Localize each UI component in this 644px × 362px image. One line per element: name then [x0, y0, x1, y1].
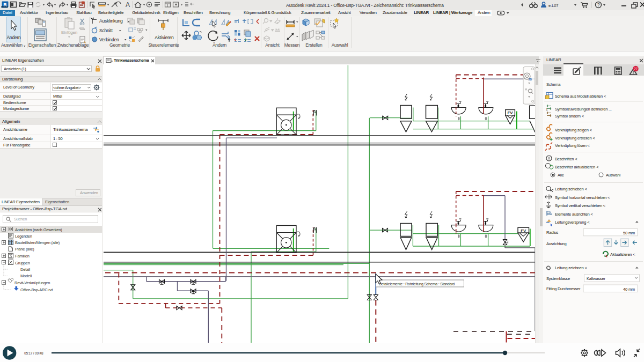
svg-text:Detailelemente : Rohrleitung S: Detailelemente : Rohrleitung Schema : St… — [379, 282, 455, 286]
svg-text:Leitung zeichnen <: Leitung zeichnen < — [555, 265, 587, 270]
svg-text:Zwischenablage: Zwischenablage — [57, 42, 89, 48]
svg-text:Schema: Schema — [546, 82, 561, 87]
svg-text:Verknüpfung zeigen <: Verknüpfung zeigen < — [555, 127, 592, 132]
svg-text:Radius: Radius — [546, 230, 559, 235]
svg-text:Gruppen: Gruppen — [15, 261, 30, 265]
svg-text:Symbol horizontal verschieben: Symbol horizontal verschieben < — [555, 195, 610, 200]
svg-text:Erstellen: Erstellen — [305, 42, 323, 48]
svg-text:FV: FV — [508, 110, 514, 115]
svg-text:Messen: Messen — [284, 42, 300, 48]
svg-text:R: R — [3, 2, 7, 8]
svg-text:Ansicht: Ansicht — [265, 42, 280, 48]
svg-text:Legenden: Legenden — [15, 234, 32, 239]
svg-text:Verbinden: Verbinden — [99, 36, 119, 42]
svg-text:Ausklinkung: Ausklinkung — [99, 18, 123, 24]
svg-text:Auswählen: Auswählen — [1, 42, 23, 48]
svg-text:Geometrie: Geometrie — [109, 42, 130, 48]
svg-text:27: 27 — [634, 67, 638, 70]
svg-text:Verknüpfung lösen <: Verknüpfung lösen < — [555, 143, 590, 148]
svg-text:Leitungsversprung <: Leitungsversprung < — [555, 220, 590, 225]
svg-text:Alle: Alle — [558, 173, 564, 178]
svg-text:Elemente ausrichten <: Elemente ausrichten < — [555, 211, 593, 216]
svg-text:Familien: Familien — [15, 254, 30, 258]
svg-text:05:17 / 09:48: 05:17 / 09:48 — [24, 351, 43, 355]
svg-text:Ändern: Ändern — [213, 42, 227, 48]
svg-text:Steuerelemente: Steuerelemente — [148, 42, 179, 48]
svg-text:2D: 2D — [529, 78, 532, 81]
svg-text:Symbol ändern <: Symbol ändern < — [555, 114, 584, 119]
svg-text:Symbolzuweisungen definieren .: Symbolzuweisungen definieren ... — [555, 107, 612, 112]
svg-text:Symbol vertikal verschieben <: Symbol vertikal verschieben < — [555, 203, 606, 208]
svg-text:Systemklasse: Systemklasse — [546, 276, 570, 280]
svg-text:Ändern: Ändern — [6, 35, 21, 40]
svg-text:FV: FV — [521, 228, 526, 233]
svg-text:Revit-Verknüpfungen: Revit-Verknüpfungen — [14, 280, 50, 285]
svg-text:Schema aus Modell ableiten <: Schema aus Modell ableiten < — [555, 93, 606, 98]
svg-text:Fitting Durchmesser: Fitting Durchmesser — [546, 286, 581, 291]
svg-text:Office-Bsp-ARC.rvt: Office-Bsp-ARC.rvt — [20, 287, 53, 292]
svg-text:Bauteillisten/Mengen (alle): Bauteillisten/Mengen (alle) — [15, 240, 60, 245]
svg-text:Kaltwasser: Kaltwasser — [587, 276, 605, 281]
svg-text:Auswahl: Auswahl — [332, 42, 348, 48]
svg-text:Aktualisieren <: Aktualisieren < — [610, 252, 635, 257]
svg-text:Verknüpfung erstellen <: Verknüpfung erstellen < — [555, 136, 595, 141]
svg-text:Auswahl: Auswahl — [606, 173, 620, 178]
svg-text:Leitung schieben <: Leitung schieben < — [555, 187, 587, 191]
svg-text:Eigenschaften: Eigenschaften — [28, 42, 56, 48]
svg-text:1: 1 — [546, 107, 548, 110]
svg-text:Aktivieren: Aktivieren — [155, 35, 174, 40]
svg-text:Ansichten (nach Gewerken): Ansichten (nach Gewerken) — [15, 227, 62, 232]
svg-text:Beschrifter aktualisieren <: Beschrifter aktualisieren < — [555, 164, 599, 169]
svg-text:Modell: Modell — [20, 274, 32, 278]
svg-text:40 mm: 40 mm — [623, 286, 635, 291]
svg-text:Einfügen: Einfügen — [61, 30, 77, 35]
svg-text:50 mm: 50 mm — [623, 230, 635, 235]
svg-text:?: ? — [597, 2, 600, 8]
svg-text:Detail: Detail — [20, 267, 31, 272]
svg-text:Ausrichtung: Ausrichtung — [546, 241, 566, 246]
svg-text:Schnitt: Schnitt — [99, 28, 113, 33]
svg-text:A: A — [126, 1, 130, 9]
svg-text:e-L07: e-L07 — [548, 3, 558, 8]
svg-text:Beschriften <: Beschriften < — [555, 156, 577, 161]
svg-text:Pläne (alle): Pläne (alle) — [15, 247, 34, 252]
